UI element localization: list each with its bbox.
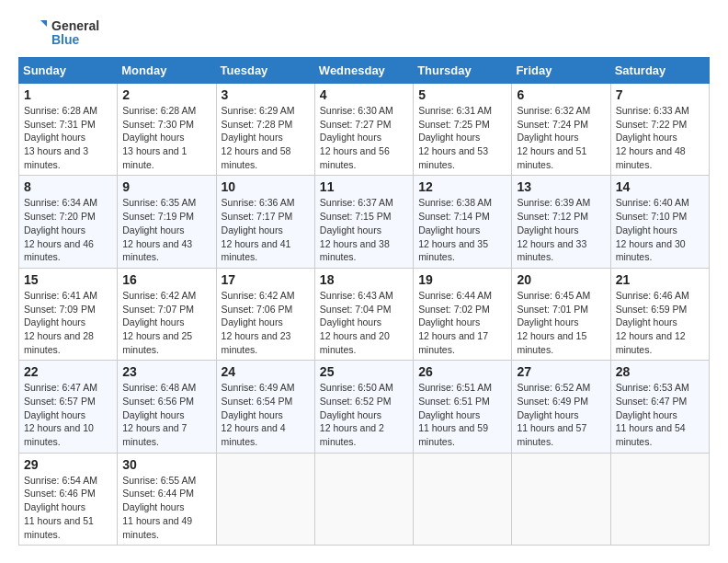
weekday-header-wednesday: Wednesday (314, 58, 413, 84)
daylight-label: Daylight hours (418, 316, 480, 327)
daylight-value: 12 hours and 48 minutes. (616, 145, 686, 170)
calendar-cell: 3 Sunrise: 6:29 AM Sunset: 7:28 PM Dayli… (216, 84, 314, 176)
daylight-label: Daylight hours (122, 501, 184, 512)
sunrise-label: Sunrise: 6:35 AM (122, 197, 196, 208)
daylight-label: Daylight hours (418, 409, 480, 420)
sunrise-label: Sunrise: 6:53 AM (616, 382, 689, 393)
daylight-label: Daylight hours (320, 409, 381, 420)
day-info: Sunrise: 6:34 AM Sunset: 7:20 PM Dayligh… (24, 196, 112, 263)
weekday-header-monday: Monday (118, 58, 216, 84)
day-number: 13 (517, 179, 605, 194)
daylight-label: Daylight hours (222, 316, 283, 327)
day-info: Sunrise: 6:28 AM Sunset: 7:30 PM Dayligh… (122, 104, 210, 171)
daylight-label: Daylight hours (24, 501, 85, 512)
calendar-cell: 22 Sunrise: 6:47 AM Sunset: 6:57 PM Dayl… (19, 361, 118, 453)
sunrise-label: Sunrise: 6:43 AM (320, 290, 393, 301)
sunrise-label: Sunrise: 6:29 AM (222, 105, 295, 116)
daylight-value: 12 hours and 38 minutes. (320, 238, 390, 263)
sunrise-label: Sunrise: 6:54 AM (24, 475, 97, 486)
calendar-cell: 4 Sunrise: 6:30 AM Sunset: 7:27 PM Dayli… (314, 84, 413, 176)
logo-blue: Blue (51, 33, 99, 47)
daylight-label: Daylight hours (320, 224, 381, 236)
logo-general: General (51, 19, 99, 33)
sunset-label: Sunset: 6:56 PM (122, 396, 194, 407)
daylight-value: 12 hours and 4 minutes. (222, 422, 286, 447)
calendar-cell: 13 Sunrise: 6:39 AM Sunset: 7:12 PM Dayl… (512, 176, 610, 268)
daylight-label: Daylight hours (517, 132, 578, 143)
calendar-cell: 8 Sunrise: 6:34 AM Sunset: 7:20 PM Dayli… (19, 176, 118, 268)
daylight-value: 12 hours and 53 minutes. (418, 145, 488, 170)
calendar-cell: 17 Sunrise: 6:42 AM Sunset: 7:06 PM Dayl… (216, 268, 314, 360)
day-info: Sunrise: 6:37 AM Sunset: 7:15 PM Dayligh… (320, 196, 408, 263)
day-number: 7 (616, 87, 704, 102)
daylight-value: 12 hours and 46 minutes. (24, 238, 94, 263)
sunrise-label: Sunrise: 6:34 AM (24, 197, 97, 208)
calendar-cell: 21 Sunrise: 6:46 AM Sunset: 6:59 PM Dayl… (610, 268, 709, 360)
sunset-label: Sunset: 7:22 PM (616, 119, 688, 130)
daylight-label: Daylight hours (418, 224, 480, 236)
day-number: 11 (320, 179, 408, 194)
calendar-week-4: 22 Sunrise: 6:47 AM Sunset: 6:57 PM Dayl… (19, 361, 710, 453)
calendar-cell: 1 Sunrise: 6:28 AM Sunset: 7:31 PM Dayli… (19, 84, 118, 176)
day-info: Sunrise: 6:45 AM Sunset: 7:01 PM Dayligh… (517, 289, 605, 356)
calendar-cell: 27 Sunrise: 6:52 AM Sunset: 6:49 PM Dayl… (512, 361, 610, 453)
daylight-label: Daylight hours (616, 316, 677, 327)
calendar-cell: 10 Sunrise: 6:36 AM Sunset: 7:17 PM Dayl… (216, 176, 314, 268)
daylight-value: 12 hours and 15 minutes. (517, 330, 586, 355)
daylight-value: 11 hours and 57 minutes. (517, 422, 586, 447)
daylight-label: Daylight hours (418, 132, 480, 143)
sunrise-label: Sunrise: 6:51 AM (418, 382, 492, 393)
day-info: Sunrise: 6:42 AM Sunset: 7:07 PM Dayligh… (122, 289, 210, 356)
sunset-label: Sunset: 7:15 PM (320, 211, 392, 222)
day-number: 3 (222, 87, 310, 102)
day-info: Sunrise: 6:47 AM Sunset: 6:57 PM Dayligh… (24, 381, 112, 448)
calendar-week-3: 15 Sunrise: 6:41 AM Sunset: 7:09 PM Dayl… (19, 268, 710, 360)
logo: General Blue (18, 18, 99, 48)
sunrise-label: Sunrise: 6:50 AM (320, 382, 393, 393)
day-number: 17 (222, 272, 310, 287)
weekday-header-sunday: Sunday (19, 58, 118, 84)
day-number: 10 (222, 179, 310, 194)
sunset-label: Sunset: 6:44 PM (122, 488, 194, 499)
sunset-label: Sunset: 7:20 PM (24, 211, 96, 222)
day-number: 22 (24, 364, 112, 379)
calendar-cell: 29 Sunrise: 6:54 AM Sunset: 6:46 PM Dayl… (19, 453, 118, 545)
sunset-label: Sunset: 6:51 PM (418, 396, 490, 407)
daylight-value: 12 hours and 35 minutes. (418, 238, 488, 263)
daylight-label: Daylight hours (222, 409, 283, 420)
weekday-header-tuesday: Tuesday (216, 58, 314, 84)
daylight-value: 11 hours and 54 minutes. (616, 422, 686, 447)
daylight-value: 12 hours and 25 minutes. (122, 330, 192, 355)
day-number: 25 (320, 364, 408, 379)
daylight-value: 12 hours and 58 minutes. (222, 145, 291, 170)
daylight-label: Daylight hours (24, 409, 85, 420)
sunset-label: Sunset: 7:31 PM (24, 119, 96, 130)
svg-marker-1 (40, 20, 47, 27)
calendar-cell (610, 453, 709, 545)
sunrise-label: Sunrise: 6:39 AM (517, 197, 590, 208)
calendar-cell: 30 Sunrise: 6:55 AM Sunset: 6:44 PM Dayl… (118, 453, 216, 545)
day-info: Sunrise: 6:38 AM Sunset: 7:14 PM Dayligh… (418, 196, 506, 263)
sunrise-label: Sunrise: 6:30 AM (320, 105, 393, 116)
sunset-label: Sunset: 7:24 PM (517, 119, 588, 130)
sunset-label: Sunset: 7:07 PM (122, 304, 194, 315)
day-info: Sunrise: 6:51 AM Sunset: 6:51 PM Dayligh… (418, 381, 506, 448)
sunset-label: Sunset: 6:46 PM (24, 488, 96, 499)
sunrise-label: Sunrise: 6:44 AM (418, 290, 492, 301)
sunrise-label: Sunrise: 6:48 AM (122, 382, 196, 393)
calendar-cell: 25 Sunrise: 6:50 AM Sunset: 6:52 PM Dayl… (314, 361, 413, 453)
logo-svg (18, 18, 48, 48)
calendar-week-5: 29 Sunrise: 6:54 AM Sunset: 6:46 PM Dayl… (19, 453, 710, 545)
day-info: Sunrise: 6:43 AM Sunset: 7:04 PM Dayligh… (320, 289, 408, 356)
day-number: 8 (24, 179, 112, 194)
sunset-label: Sunset: 7:25 PM (418, 119, 490, 130)
sunrise-label: Sunrise: 6:46 AM (616, 290, 689, 301)
daylight-label: Daylight hours (616, 224, 677, 236)
sunrise-label: Sunrise: 6:32 AM (517, 105, 590, 116)
calendar-cell: 7 Sunrise: 6:33 AM Sunset: 7:22 PM Dayli… (610, 84, 709, 176)
day-info: Sunrise: 6:40 AM Sunset: 7:10 PM Dayligh… (616, 196, 704, 263)
daylight-label: Daylight hours (320, 132, 381, 143)
day-info: Sunrise: 6:39 AM Sunset: 7:12 PM Dayligh… (517, 196, 605, 263)
calendar-cell: 2 Sunrise: 6:28 AM Sunset: 7:30 PM Dayli… (118, 84, 216, 176)
day-number: 24 (222, 364, 310, 379)
